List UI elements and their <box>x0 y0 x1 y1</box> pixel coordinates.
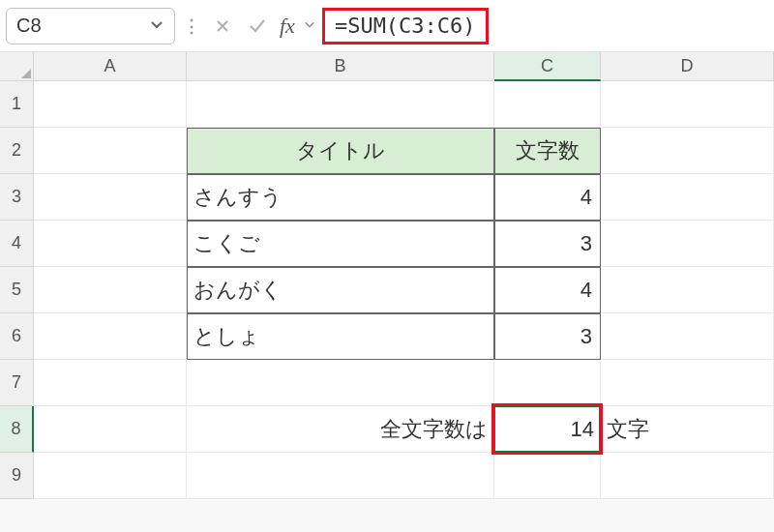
row-header-4[interactable]: 4 <box>0 221 34 267</box>
cell-D3[interactable] <box>601 174 774 221</box>
row-header-8[interactable]: 8 <box>0 406 34 453</box>
chevron-down-icon <box>149 15 164 37</box>
cell-D5[interactable] <box>601 267 774 313</box>
row-header-7[interactable]: 7 <box>0 360 34 406</box>
row-7: 7 <box>0 360 774 406</box>
cell-B1[interactable] <box>187 81 494 128</box>
cell-B5[interactable]: おんがく <box>187 267 494 313</box>
cell-D6[interactable] <box>601 313 774 360</box>
accept-icon[interactable] <box>243 8 272 44</box>
formula-text: =SUM(C3:C6) <box>335 14 476 38</box>
column-headers: A B C D <box>0 52 774 81</box>
cell-A3[interactable] <box>34 174 187 221</box>
row-header-3[interactable]: 3 <box>0 174 34 221</box>
cell-C5[interactable]: 4 <box>494 267 601 313</box>
cell-C4[interactable]: 3 <box>494 221 601 267</box>
rows: 1 2 タイトル 文字数 3 さんすう 4 4 こくご 3 <box>0 81 774 499</box>
row-6: 6 としょ 3 <box>0 313 774 360</box>
cell-C1[interactable] <box>494 81 601 128</box>
row-5: 5 おんがく 4 <box>0 267 774 313</box>
cell-B3[interactable]: さんすう <box>187 174 494 221</box>
cell-C2[interactable]: 文字数 <box>494 128 601 174</box>
cell-A1[interactable] <box>34 81 187 128</box>
row-header-2[interactable]: 2 <box>0 128 34 174</box>
fx-controls: fx <box>208 8 316 44</box>
select-all-corner[interactable] <box>0 52 34 81</box>
row-header-6[interactable]: 6 <box>0 313 34 360</box>
cell-B4[interactable]: こくご <box>187 221 494 267</box>
cell-D2[interactable] <box>601 128 774 174</box>
row-header-5[interactable]: 5 <box>0 267 34 313</box>
formula-input[interactable]: =SUM(C3:C6) <box>322 8 489 44</box>
cell-A9[interactable] <box>34 453 187 499</box>
fx-label[interactable]: fx <box>278 14 297 39</box>
cell-A8[interactable] <box>34 406 187 453</box>
cell-B7[interactable] <box>187 360 494 406</box>
cell-C6[interactable]: 3 <box>494 313 601 360</box>
cell-A6[interactable] <box>34 313 187 360</box>
row-2: 2 タイトル 文字数 <box>0 128 774 174</box>
row-3: 3 さんすう 4 <box>0 174 774 221</box>
row-header-1[interactable]: 1 <box>0 81 34 128</box>
name-box[interactable]: C8 <box>6 8 175 44</box>
cell-B8[interactable]: 全文字数は <box>187 406 494 453</box>
cancel-icon[interactable] <box>208 8 237 44</box>
col-header-D[interactable]: D <box>601 52 774 81</box>
cell-D1[interactable] <box>601 81 774 128</box>
cell-C9[interactable] <box>494 453 601 499</box>
separator-icon: ⋮ <box>183 15 200 37</box>
cell-D9[interactable] <box>601 453 774 499</box>
cell-C8[interactable]: 14 <box>494 406 601 453</box>
fx-chevron-icon <box>303 17 316 35</box>
row-4: 4 こくご 3 <box>0 221 774 267</box>
cell-B9[interactable] <box>187 453 494 499</box>
cell-B6[interactable]: としょ <box>187 313 494 360</box>
cell-A2[interactable] <box>34 128 187 174</box>
cell-B2[interactable]: タイトル <box>187 128 494 174</box>
cell-D7[interactable] <box>601 360 774 406</box>
grid[interactable]: A B C D 1 2 タイトル 文字数 3 さんすう 4 4 <box>0 52 774 499</box>
row-1: 1 <box>0 81 774 128</box>
col-header-B[interactable]: B <box>187 52 494 81</box>
cell-A7[interactable] <box>34 360 187 406</box>
cell-D4[interactable] <box>601 221 774 267</box>
col-header-A[interactable]: A <box>34 52 187 81</box>
name-box-value: C8 <box>16 15 42 37</box>
row-8: 8 全文字数は 14 文字 <box>0 406 774 453</box>
formula-bar: C8 ⋮ fx =SUM(C3:C6) <box>0 0 774 52</box>
row-9: 9 <box>0 453 774 499</box>
row-header-9[interactable]: 9 <box>0 453 34 499</box>
cell-A5[interactable] <box>34 267 187 313</box>
cell-A4[interactable] <box>34 221 187 267</box>
cell-C3[interactable]: 4 <box>494 174 601 221</box>
cell-C7[interactable] <box>494 360 601 406</box>
col-header-C[interactable]: C <box>494 52 601 81</box>
cell-D8[interactable]: 文字 <box>601 406 774 453</box>
